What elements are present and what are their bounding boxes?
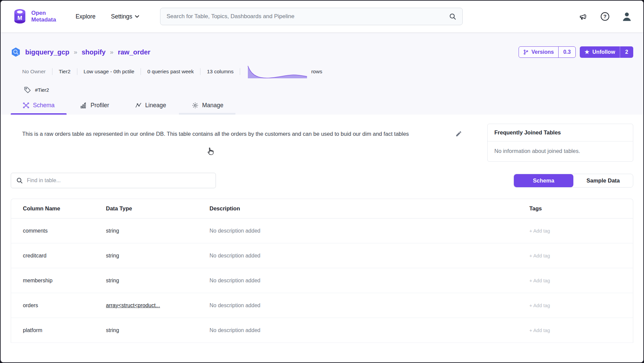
table-description: This is a raw orders table as represente… [22,124,447,139]
entity-action-buttons: Versions 0.3 ★ Unfollow 2 [519,46,633,58]
global-search[interactable] [160,8,463,25]
col-header-name: Column Name [23,205,106,212]
stat-queries: 0 queries past week [147,69,194,75]
versions-button[interactable]: Versions 0.3 [519,46,576,58]
app-window: M Open Metadata Explore Settings ? [0,0,644,363]
column-description: No description added [210,302,529,309]
top-navigation: M Open Metadata Explore Settings ? [1,1,643,32]
breadcrumb-separator: » [74,48,77,56]
unfollow-label: Unfollow [593,49,615,55]
column-description: No description added [210,253,529,259]
unfollow-button[interactable]: ★ Unfollow 2 [580,46,633,58]
add-tag-button[interactable]: + Add tag [529,253,633,258]
search-icon[interactable] [449,13,456,20]
star-icon: ★ [584,49,589,55]
user-avatar[interactable] [622,11,632,22]
schema-icon [23,102,30,109]
breadcrumb-table[interactable]: raw_order [118,48,150,56]
tab-profiler[interactable]: Profiler [80,102,109,115]
svg-text:M: M [17,14,22,21]
versions-label: Versions [531,49,554,55]
add-tag-button[interactable]: + Add tag [529,228,633,234]
tab-manage[interactable]: Manage [192,102,223,115]
frequently-joined-tables-title: Frequently Joined Tables [488,124,633,142]
profiler-icon [80,102,87,109]
rows-label: rows [311,69,322,75]
col-header-description: Description [210,205,529,212]
column-type: string [106,253,210,259]
table-row: creditcard string No description added +… [11,243,633,268]
announcement-icon[interactable] [579,12,588,21]
stat-owner: No Owner [22,69,46,75]
find-in-table-input[interactable] [27,177,211,184]
column-description: No description added [210,327,529,333]
tier-tag[interactable]: #Tier2 [35,87,49,93]
column-description: No description added [210,228,529,234]
toggle-sample-data-button[interactable]: Sample Data [573,174,633,187]
columns-table-header: Column Name Data Type Description Tags [11,199,633,218]
follower-count[interactable]: 2 [620,46,633,58]
column-name: platform [23,327,106,333]
frequently-joined-tables-card: Frequently Joined Tables No information … [487,124,633,162]
table-row: comments string No description added + A… [11,218,633,243]
column-type: string [106,327,210,333]
col-header-type: Data Type [106,205,210,212]
lineage-icon [135,102,142,109]
columns-table: Column Name Data Type Description Tags c… [11,199,633,343]
stat-usage: Low usage - 0th pctile [84,69,135,75]
nav-icon-group: ? [579,11,632,22]
column-type: string [106,228,210,234]
version-number: 0.3 [558,47,575,57]
breadcrumb: bigquery_gcp » shopify » raw_order Versi… [11,32,633,58]
frequently-joined-tables-empty: No information about joined tables. [488,142,633,161]
chevron-down-icon [135,15,139,18]
entity-tabs: Schema Profiler Lineage Manage [11,102,633,115]
nav-links: Explore Settings [76,13,140,20]
table-row: orders array<struct<product... No descri… [11,293,633,318]
global-search-input[interactable] [166,13,449,20]
entity-stats: No Owner Tier2 Low usage - 0th pctile 0 … [11,65,633,78]
openmetadata-logo-icon: M [12,9,28,24]
help-icon[interactable]: ? [600,12,610,21]
schema-sample-toggle: Schema Sample Data [514,174,633,188]
bigquery-service-icon [11,47,21,57]
schema-tab-panel: This is a raw orders table as represente… [1,115,643,343]
table-row: platform string No description added + A… [11,318,633,343]
table-row: membership string No description added +… [11,268,633,293]
search-icon [16,177,23,184]
tag-icon [24,86,31,94]
entity-header: bigquery_gcp » shopify » raw_order Versi… [1,32,643,115]
entity-tags: #Tier2 [11,86,633,94]
row-count-sparkline [247,65,308,78]
logo-wordmark: Open Metadata [31,10,56,23]
column-name: comments [23,228,106,234]
add-tag-button[interactable]: + Add tag [529,278,633,283]
nav-link-settings[interactable]: Settings [111,13,139,20]
column-name: membership [23,278,106,284]
pencil-icon [455,130,462,137]
breadcrumb-schema[interactable]: shopify [82,48,106,56]
nav-link-explore[interactable]: Explore [76,13,96,20]
stat-columns: 13 columns [207,69,233,75]
openmetadata-logo[interactable]: M Open Metadata [12,9,56,24]
gear-icon [192,102,199,109]
column-name: creditcard [23,253,106,259]
column-type: string [106,278,210,284]
version-branch-icon [523,49,529,55]
breadcrumb-separator: » [110,48,114,56]
tab-schema[interactable]: Schema [23,102,54,115]
toggle-schema-button[interactable]: Schema [514,174,573,187]
column-description: No description added [210,278,529,284]
svg-text:?: ? [603,13,606,19]
edit-description-button[interactable] [455,130,462,137]
column-name: orders [23,302,106,309]
find-in-table[interactable] [11,173,216,188]
col-header-tags: Tags [529,205,633,212]
breadcrumb-service[interactable]: bigquery_gcp [25,48,69,56]
tab-lineage[interactable]: Lineage [135,102,166,115]
stat-tier: Tier2 [59,69,71,75]
add-tag-button[interactable]: + Add tag [529,328,633,333]
add-tag-button[interactable]: + Add tag [529,303,633,308]
column-type-expandable[interactable]: array<struct<product... [106,302,210,309]
